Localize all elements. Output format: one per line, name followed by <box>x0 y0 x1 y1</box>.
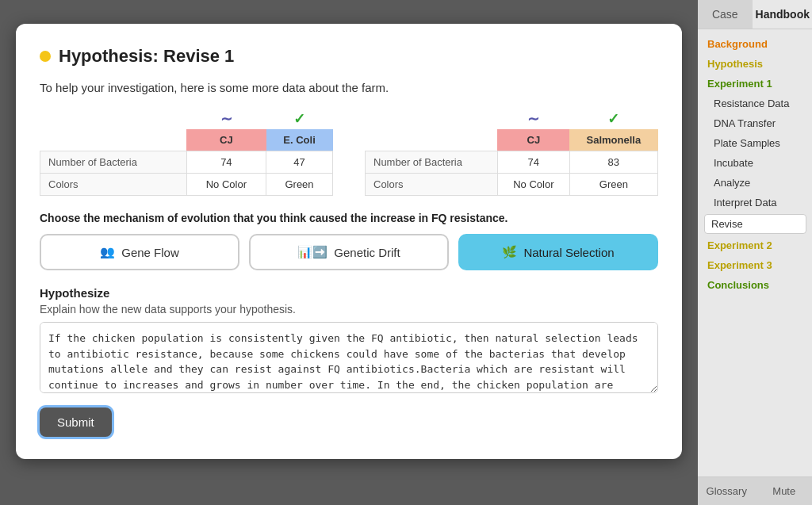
card-title: Hypothesis: Revise 1 <box>59 46 234 67</box>
mute-button[interactable]: Mute <box>756 477 813 505</box>
genetic-drift-label: Genetic Drift <box>334 246 400 259</box>
cj-icon-2: ∼ <box>497 107 569 129</box>
intro-text: To help your investigation, here is some… <box>40 81 658 94</box>
icon-row-2: ∼ ✓ <box>366 107 658 129</box>
header-row-1: CJ E. Coli <box>40 129 333 151</box>
table-row: Number of Bacteria 74 83 <box>366 151 658 174</box>
sidebar-item-revise[interactable]: Revise <box>704 214 806 234</box>
sidebar-item-interpret-data[interactable]: Interpret Data <box>698 193 812 212</box>
card-header: Hypothesis: Revise 1 <box>40 46 658 67</box>
row-label: Number of Bacteria <box>40 151 187 174</box>
natural-selection-label: Natural Selection <box>523 246 614 259</box>
row-label: Number of Bacteria <box>366 151 498 174</box>
sidebar-item-dna-transfer[interactable]: DNA Transfer <box>698 113 812 133</box>
hypothesize-label: Hypothesize <box>40 286 658 300</box>
row-col1: No Color <box>186 174 266 196</box>
sidebar-item-experiment3[interactable]: Experiment 3 <box>698 255 812 275</box>
empty-cell-1 <box>40 129 187 151</box>
empty-header-1 <box>40 107 187 129</box>
sidebar-item-background[interactable]: Background <box>698 34 812 54</box>
sidebar-item-conclusions[interactable]: Conclusions <box>698 275 812 295</box>
yellow-dot-icon <box>40 51 51 62</box>
natural-selection-button[interactable]: 🌿 Natural Selection <box>458 234 658 270</box>
row-col1: No Color <box>497 174 569 196</box>
data-table-1: ∼ ✓ CJ E. Coli Number of Bacteria 74 47C… <box>40 107 333 196</box>
evolution-question: Choose the mechanism of evolution that y… <box>40 212 658 224</box>
submit-button[interactable]: Submit <box>40 407 112 437</box>
sidebar-item-experiment2[interactable]: Experiment 2 <box>698 235 812 255</box>
sidebar-nav: Background Hypothesis Experiment 1 Resis… <box>698 29 812 476</box>
cj-header-1: CJ <box>186 129 266 151</box>
glossary-button[interactable]: Glossary <box>698 477 756 505</box>
natural-selection-icon: 🌿 <box>502 245 517 259</box>
gene-flow-icon: 👥 <box>100 245 115 259</box>
tab-case[interactable]: Case <box>698 0 753 29</box>
row-col1: 74 <box>186 151 266 174</box>
hypothesis-textarea[interactable] <box>40 322 658 393</box>
header-row-2: CJ Salmonella <box>366 129 658 151</box>
data-tables-row: ∼ ✓ CJ E. Coli Number of Bacteria 74 47C… <box>40 107 658 196</box>
cj-header-2: CJ <box>497 129 569 151</box>
main-area: Hypothesis: Revise 1 To help your invest… <box>0 0 698 505</box>
sidebar-item-experiment1[interactable]: Experiment 1 <box>698 74 812 94</box>
row-col1: 74 <box>497 151 569 174</box>
sidebar-item-plate-samples[interactable]: Plate Samples <box>698 133 812 153</box>
salmonella-icon: ✓ <box>569 107 657 129</box>
empty-cell-2 <box>366 129 498 151</box>
table-row: Number of Bacteria 74 47 <box>40 151 333 174</box>
tab-handbook[interactable]: Handbook <box>753 0 812 29</box>
sidebar: Case Handbook Background Hypothesis Expe… <box>698 0 812 505</box>
sidebar-tabs: Case Handbook <box>698 0 812 29</box>
hypothesize-sub: Explain how the new data supports your h… <box>40 303 658 316</box>
row-col2: Green <box>266 174 333 196</box>
gene-flow-button[interactable]: 👥 Gene Flow <box>40 234 239 270</box>
ecoli-header: E. Coli <box>266 129 333 151</box>
hypothesis-card: Hypothesis: Revise 1 To help your invest… <box>16 24 682 459</box>
sidebar-item-analyze[interactable]: Analyze <box>698 173 812 193</box>
table1-body: Number of Bacteria 74 47Colors No Color … <box>40 151 333 196</box>
sidebar-item-resistance-data[interactable]: Resistance Data <box>698 94 812 113</box>
row-label: Colors <box>366 174 498 196</box>
table-row: Colors No Color Green <box>366 174 658 196</box>
table2-body: Number of Bacteria 74 83Colors No Color … <box>366 151 658 196</box>
genetic-drift-icon: 📊➡️ <box>297 245 327 259</box>
icon-row-1: ∼ ✓ <box>40 107 333 129</box>
sidebar-footer: Glossary Mute <box>698 476 812 505</box>
salmonella-header: Salmonella <box>569 129 657 151</box>
sidebar-item-incubate[interactable]: Incubate <box>698 153 812 173</box>
row-col2: 83 <box>569 151 657 174</box>
genetic-drift-button[interactable]: 📊➡️ Genetic Drift <box>249 234 449 270</box>
row-col2: 47 <box>266 151 333 174</box>
data-table-2: ∼ ✓ CJ Salmonella Number of Bacteria 74 … <box>365 107 658 196</box>
row-col2: Green <box>569 174 657 196</box>
ecoli-icon: ✓ <box>266 107 333 129</box>
table-row: Colors No Color Green <box>40 174 333 196</box>
cj-icon-1: ∼ <box>186 107 266 129</box>
row-label: Colors <box>40 174 187 196</box>
sidebar-item-hypothesis[interactable]: Hypothesis <box>698 54 812 74</box>
gene-flow-label: Gene Flow <box>121 246 179 259</box>
evolution-buttons: 👥 Gene Flow 📊➡️ Genetic Drift 🌿 Natural … <box>40 234 658 270</box>
empty-header-2 <box>366 107 498 129</box>
